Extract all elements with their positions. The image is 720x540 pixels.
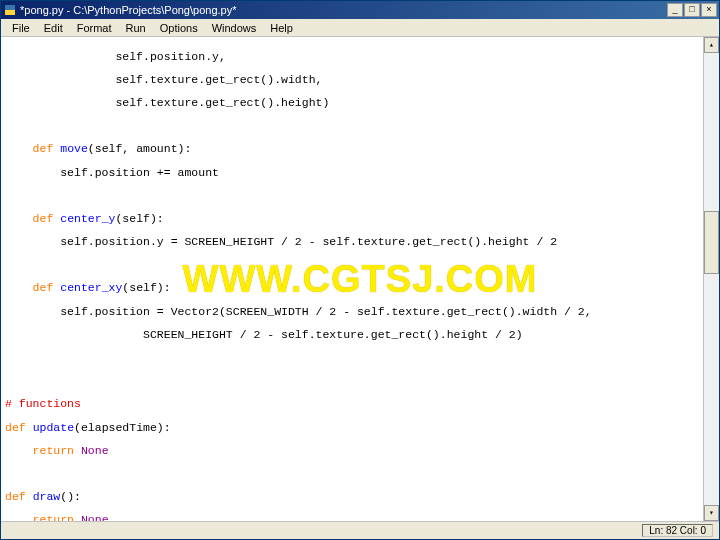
code-line: self.position += amount [5, 167, 699, 179]
code-line: def update(elapsedTime): [5, 422, 699, 434]
menu-run[interactable]: Run [119, 21, 153, 35]
code-line [5, 375, 699, 387]
svg-rect-1 [5, 10, 15, 15]
idle-window: *pong.py - C:\PythonProjects\Pong\pong.p… [0, 0, 720, 540]
code-line: self.texture.get_rect().height) [5, 97, 699, 109]
scroll-thumb[interactable] [704, 211, 719, 274]
scroll-down-button[interactable]: ▾ [704, 505, 719, 521]
vertical-scrollbar[interactable]: ▴ ▾ [703, 37, 719, 521]
code-line [5, 120, 699, 132]
code-line: SCREEN_HEIGHT / 2 - self.texture.get_rec… [5, 329, 699, 341]
code-line: self.texture.get_rect().width, [5, 74, 699, 86]
code-line: # functions [5, 398, 699, 410]
menu-file[interactable]: File [5, 21, 37, 35]
code-editor[interactable]: self.position.y, self.texture.get_rect()… [1, 37, 703, 521]
code-line: def center_y(self): [5, 213, 699, 225]
code-line: self.position.y, [5, 51, 699, 63]
code-line: return None [5, 445, 699, 457]
maximize-button[interactable]: □ [684, 3, 700, 17]
code-line: def draw(): [5, 491, 699, 503]
code-line [5, 259, 699, 271]
minimize-button[interactable]: _ [667, 3, 683, 17]
menubar: File Edit Format Run Options Windows Hel… [1, 19, 719, 37]
menu-format[interactable]: Format [70, 21, 119, 35]
code-line [5, 468, 699, 480]
window-controls: _ □ × [667, 3, 717, 17]
titlebar[interactable]: *pong.py - C:\PythonProjects\Pong\pong.p… [1, 1, 719, 19]
code-line [5, 352, 699, 364]
code-line: self.position.y = SCREEN_HEIGHT / 2 - se… [5, 236, 699, 248]
editor-container: self.position.y, self.texture.get_rect()… [1, 37, 719, 521]
code-line: def center_xy(self): [5, 282, 699, 294]
statusbar: Ln: 82 Col: 0 [1, 521, 719, 539]
svg-rect-0 [5, 5, 15, 10]
code-line [5, 190, 699, 202]
code-line: def move(self, amount): [5, 143, 699, 155]
menu-options[interactable]: Options [153, 21, 205, 35]
menu-help[interactable]: Help [263, 21, 300, 35]
python-icon [3, 3, 17, 17]
menu-edit[interactable]: Edit [37, 21, 70, 35]
scroll-up-button[interactable]: ▴ [704, 37, 719, 53]
close-button[interactable]: × [701, 3, 717, 17]
window-title: *pong.py - C:\PythonProjects\Pong\pong.p… [20, 4, 667, 16]
menu-windows[interactable]: Windows [205, 21, 264, 35]
code-line: self.position = Vector2(SCREEN_WIDTH / 2… [5, 306, 699, 318]
code-line: return None [5, 514, 699, 521]
status-position: Ln: 82 Col: 0 [642, 524, 713, 537]
scroll-track[interactable] [704, 53, 719, 505]
